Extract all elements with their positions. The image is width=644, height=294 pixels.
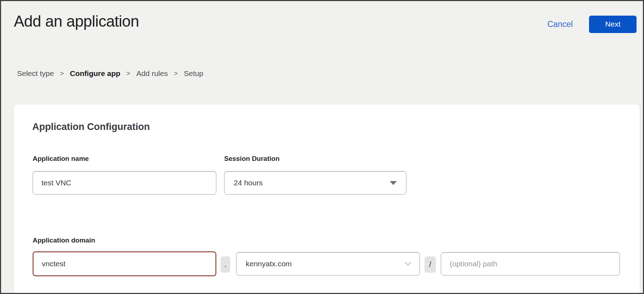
domain-select-value: kennyatx.com	[246, 260, 292, 268]
session-duration-label: Session Duration	[224, 155, 279, 163]
application-name-label: Application name	[33, 155, 89, 163]
slash-separator: /	[424, 256, 436, 273]
application-name-input[interactable]	[33, 171, 216, 195]
cancel-button[interactable]: Cancel	[547, 20, 573, 29]
application-domain-label: Application domain	[33, 236, 95, 244]
breadcrumb-step-add-rules[interactable]: Add rules	[136, 69, 168, 78]
subdomain-input[interactable]	[33, 251, 216, 276]
session-duration-select[interactable]: 24 hours	[224, 171, 406, 195]
top-actions: Cancel Next	[547, 15, 637, 33]
breadcrumb-step-setup[interactable]: Setup	[184, 69, 203, 78]
path-input[interactable]	[441, 252, 620, 276]
breadcrumb-step-configure-app[interactable]: Configure app	[70, 69, 120, 78]
breadcrumb: Select type > Configure app > Add rules …	[17, 69, 203, 78]
session-duration-value: 24 hours	[234, 179, 263, 187]
chevron-down-icon	[405, 259, 411, 266]
breadcrumb-step-select-type[interactable]: Select type	[17, 69, 54, 78]
dot-separator: .	[221, 256, 230, 273]
domain-select[interactable]: kennyatx.com	[236, 252, 420, 276]
page-title: Add an application	[14, 12, 139, 30]
configuration-card: Application Configuration Application na…	[13, 104, 640, 294]
breadcrumb-separator: >	[174, 70, 178, 77]
app-window: Add an application Cancel Next Select ty…	[0, 0, 644, 294]
next-button[interactable]: Next	[589, 16, 637, 33]
section-title: Application Configuration	[32, 121, 150, 132]
caret-down-icon	[390, 181, 397, 185]
breadcrumb-separator: >	[126, 70, 130, 77]
breadcrumb-separator: >	[60, 70, 64, 77]
